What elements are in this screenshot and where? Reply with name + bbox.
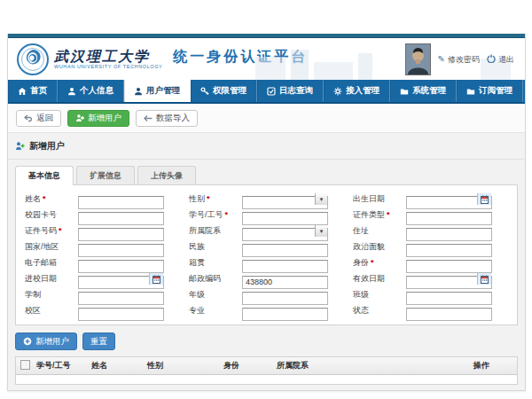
- field-name-input[interactable]: [78, 196, 164, 209]
- field-birth-date-label: 出生日期: [353, 193, 406, 205]
- back-button[interactable]: 返回: [16, 110, 61, 127]
- field-student-id-label: 学号/工号*: [189, 209, 242, 221]
- form-field-address: 住址: [353, 224, 492, 238]
- field-identity-input[interactable]: [406, 260, 492, 273]
- field-major-input[interactable]: [242, 308, 328, 321]
- nav-item-access[interactable]: 接入管理: [324, 80, 390, 102]
- field-politics-label: 政治面貌: [353, 241, 406, 253]
- nav-item-perms[interactable]: 权限管理: [191, 80, 257, 102]
- field-email-input[interactable]: [78, 260, 164, 273]
- data-import-button[interactable]: 数据导入: [136, 110, 198, 127]
- reset-button-label: 重置: [90, 336, 107, 348]
- field-gender-dropdown-button[interactable]: ▼: [315, 193, 327, 205]
- form-field-enroll-date: 进校日期: [25, 272, 164, 286]
- data-import-button-label: 数据导入: [156, 113, 190, 124]
- field-country-label: 国家/地区: [25, 241, 78, 253]
- table-header-cell: 性别: [145, 360, 221, 372]
- field-ethnicity-label: 民族: [189, 241, 242, 253]
- reset-button[interactable]: 重置: [82, 332, 115, 350]
- add-user-section-icon: [15, 138, 25, 154]
- field-status-input[interactable]: [406, 308, 492, 321]
- field-ethnicity-input[interactable]: [242, 244, 328, 257]
- form-field-valid-date: 有效日期: [353, 272, 492, 286]
- logout-link[interactable]: 退出: [487, 54, 514, 66]
- tab-basic[interactable]: 基本信息: [15, 166, 74, 185]
- nav-item-home[interactable]: 首页: [8, 80, 58, 102]
- logout-label: 退出: [498, 54, 514, 66]
- chevron-down-icon: ▼: [319, 229, 325, 234]
- form-actions: 新增用户 重置: [8, 325, 525, 356]
- field-address-input[interactable]: [406, 228, 492, 241]
- form-field-identity: 身份*: [353, 256, 492, 270]
- gear-icon: [333, 87, 342, 96]
- field-postcode-label: 邮政编码: [189, 273, 242, 285]
- required-star: *: [59, 226, 62, 235]
- field-department-dropdown-button[interactable]: ▼: [315, 225, 327, 237]
- user-area: ✎ 修改密码 退出: [405, 43, 514, 75]
- power-icon: [487, 54, 496, 65]
- add-user-button[interactable]: 新增用户: [67, 110, 129, 127]
- field-campus-card-input[interactable]: [78, 212, 164, 225]
- required-star: *: [43, 194, 46, 203]
- field-id-type-label: 证件类型*: [353, 209, 406, 221]
- nav-item-logs[interactable]: 日志查询: [257, 80, 324, 102]
- field-schooling-input[interactable]: [78, 292, 164, 305]
- field-campus-input[interactable]: [78, 308, 164, 321]
- field-id-type-input[interactable]: [406, 212, 492, 225]
- form-field-grade: 年级: [189, 288, 328, 301]
- form-field-class: 班级: [353, 288, 492, 301]
- nav-item-subscribe[interactable]: 订阅管理: [457, 80, 523, 102]
- form-field-name: 姓名*: [25, 192, 164, 206]
- field-schooling-label: 学制: [25, 289, 78, 301]
- field-politics-input[interactable]: [406, 244, 492, 257]
- form-field-gender: 性别*▼: [189, 192, 328, 206]
- required-star: *: [225, 210, 229, 219]
- field-country-input[interactable]: [78, 244, 164, 257]
- tab-avatar-upload[interactable]: 上传头像: [137, 166, 196, 184]
- form-field-country: 国家/地区: [25, 240, 164, 254]
- university-name-en: WUHAN UNIVERSITY OF TECHNOLOGY: [54, 64, 162, 70]
- table-header-cell: 操作: [471, 360, 517, 372]
- field-email-label: 电子邮箱: [25, 257, 78, 269]
- field-postcode-input[interactable]: [242, 276, 328, 289]
- university-logo-icon: [17, 43, 49, 75]
- field-identity-label: 身份*: [353, 257, 406, 269]
- folder-icon: [466, 87, 475, 96]
- form-field-id-type: 证件类型*: [353, 208, 492, 222]
- field-enroll-date-calendar-button[interactable]: [149, 273, 163, 285]
- field-birth-date-calendar-button[interactable]: [477, 193, 491, 205]
- field-native-place-label: 籍贯: [189, 257, 242, 269]
- field-department-label: 所属院系: [189, 225, 242, 237]
- main-nav: 首页个人信息用户管理权限管理日志查询接入管理系统管理订阅管理: [8, 80, 525, 104]
- field-grade-input[interactable]: [242, 292, 328, 305]
- field-student-id-input[interactable]: [242, 212, 328, 225]
- form-field-politics: 政治面貌: [353, 240, 492, 254]
- add-user-icon: [75, 113, 84, 122]
- select-all-checkbox[interactable]: [20, 360, 30, 370]
- user-table-empty-body: [16, 375, 517, 384]
- field-id-number-input[interactable]: [78, 228, 164, 241]
- nav-item-system[interactable]: 系统管理: [390, 80, 457, 102]
- form-field-id-number: 证件号码*: [25, 224, 164, 238]
- nav-item-profile[interactable]: 个人信息: [58, 80, 124, 102]
- required-star: *: [207, 194, 210, 203]
- submit-add-user-button[interactable]: 新增用户: [15, 332, 77, 350]
- submit-add-user-label: 新增用户: [35, 336, 69, 348]
- nav-item-users[interactable]: 用户管理: [124, 80, 191, 102]
- table-header-cell: 所属院系: [274, 360, 471, 372]
- form-field-native-place: 籍贯: [189, 256, 328, 270]
- tab-extended[interactable]: 扩展信息: [76, 166, 135, 184]
- form-field-student-id: 学号/工号*: [189, 208, 328, 222]
- add-user-button-label: 新增用户: [88, 113, 121, 124]
- avatar[interactable]: [405, 43, 431, 75]
- university-name-block: 武汉理工大学 WUHAN UNIVERSITY OF TECHNOLOGY: [54, 49, 162, 70]
- table-header-cell: 姓名: [89, 360, 145, 372]
- field-valid-date-calendar-button[interactable]: [477, 273, 491, 285]
- change-password-link[interactable]: ✎ 修改密码: [438, 54, 480, 66]
- field-class-input[interactable]: [406, 292, 492, 305]
- field-native-place-input[interactable]: [242, 260, 328, 273]
- nav-item-label: 接入管理: [346, 85, 379, 97]
- platform-title: 统一身份认证平台: [173, 48, 308, 66]
- form-field-schooling: 学制: [25, 288, 164, 301]
- calendar-icon: [481, 271, 489, 287]
